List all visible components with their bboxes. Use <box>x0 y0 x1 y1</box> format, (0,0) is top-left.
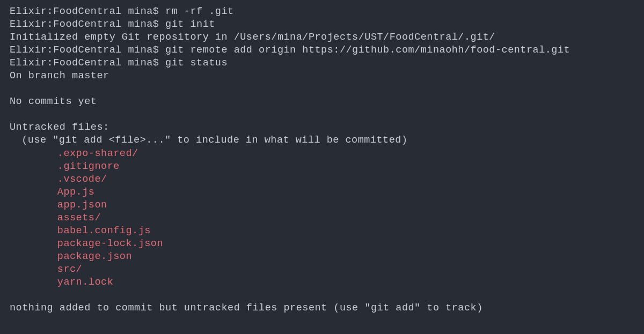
untracked-file: .expo-shared/ <box>10 147 634 160</box>
command-text: rm -rf .git <box>165 6 234 17</box>
untracked-header: Untracked files: <box>10 121 634 134</box>
untracked-hint: (use "git add <file>..." to include in w… <box>10 134 634 147</box>
untracked-file: assets/ <box>10 212 634 225</box>
output-line: Initialized empty Git repository in /Use… <box>10 31 634 44</box>
shell-prompt: Elixir:FoodCentral mina$ <box>10 6 165 17</box>
command-line: Elixir:FoodCentral mina$ git remote add … <box>10 44 634 57</box>
untracked-file: package-lock.json <box>10 237 634 250</box>
command-text: git init <box>165 19 215 30</box>
untracked-file: yarn.lock <box>10 276 634 289</box>
shell-prompt: Elixir:FoodCentral mina$ <box>10 44 165 56</box>
command-text: git remote add origin https://github.com… <box>165 44 570 56</box>
output-line: No commits yet <box>10 95 634 108</box>
output-line: On branch master <box>10 70 634 83</box>
untracked-file: .vscode/ <box>10 173 634 186</box>
blank-line <box>10 289 634 302</box>
command-line: Elixir:FoodCentral mina$ git init <box>10 18 634 31</box>
untracked-file: package.json <box>10 250 634 263</box>
untracked-file: src/ <box>10 263 634 276</box>
blank-line <box>10 108 634 121</box>
blank-line <box>10 83 634 95</box>
command-line: Elixir:FoodCentral mina$ git status <box>10 57 634 70</box>
untracked-file: app.json <box>10 199 634 212</box>
untracked-file: .gitignore <box>10 160 634 173</box>
command-line: Elixir:FoodCentral mina$ rm -rf .git <box>10 5 634 18</box>
untracked-file: babel.config.js <box>10 225 634 237</box>
shell-prompt: Elixir:FoodCentral mina$ <box>10 19 165 30</box>
output-line: nothing added to commit but untracked fi… <box>10 302 634 315</box>
terminal-output[interactable]: Elixir:FoodCentral mina$ rm -rf .git Eli… <box>10 5 634 315</box>
command-text: git status <box>165 57 228 69</box>
untracked-file: App.js <box>10 186 634 199</box>
shell-prompt: Elixir:FoodCentral mina$ <box>10 57 165 69</box>
